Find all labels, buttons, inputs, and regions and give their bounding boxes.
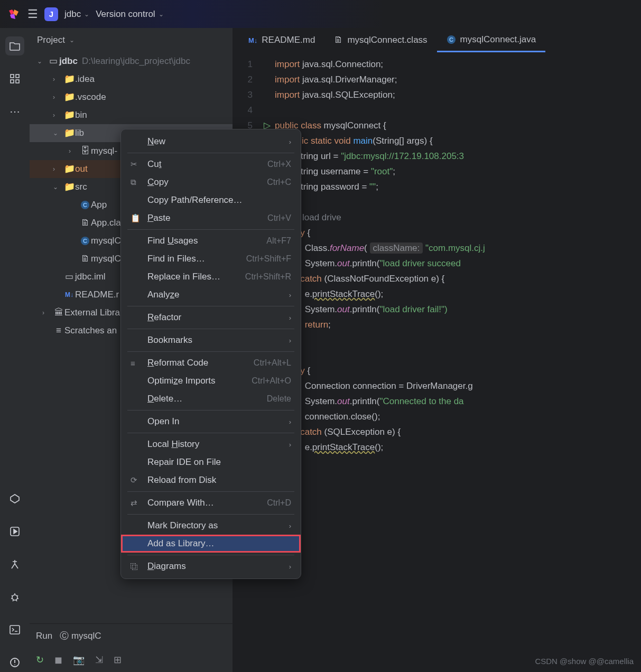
debug-tool-icon[interactable] bbox=[5, 587, 24, 606]
screenshot-icon[interactable]: 📷 bbox=[73, 654, 85, 666]
bytecode-icon: 🗎 bbox=[334, 35, 343, 45]
intellij-logo-icon bbox=[6, 7, 21, 22]
diagram-icon: ⿻ bbox=[131, 562, 141, 571]
context-menu: New› ✂CutCtrl+X ⧉CopyCtrl+C Copy Path/Re… bbox=[120, 129, 301, 579]
ctx-cut[interactable]: ✂CutCtrl+X bbox=[121, 155, 301, 173]
left-tool-rail: ⋯ bbox=[0, 28, 30, 672]
ctx-bookmarks[interactable]: Bookmarks› bbox=[121, 331, 301, 349]
stop-icon[interactable]: ◼ bbox=[54, 654, 62, 666]
ctx-reload-disk[interactable]: ⟳Reload from Disk bbox=[121, 471, 301, 489]
build-tool-icon[interactable] bbox=[5, 555, 24, 574]
class-icon: C bbox=[79, 236, 91, 246]
tree-folder-bin[interactable]: ›📁bin bbox=[30, 106, 233, 124]
paste-icon: 📋 bbox=[131, 213, 141, 223]
chevron-down-icon: ⌄ bbox=[69, 36, 75, 44]
code-body[interactable]: import import java.sql.Connection;java.s… bbox=[275, 52, 641, 672]
bytecode-icon: 🗎 bbox=[79, 250, 91, 268]
markdown-icon: M↓ bbox=[63, 286, 75, 304]
ctx-find-usages[interactable]: Find UsagesAlt+F7 bbox=[121, 232, 301, 250]
project-selector[interactable]: jdbc⌄ bbox=[64, 9, 89, 20]
svg-text:C: C bbox=[83, 238, 87, 244]
tree-folder-idea[interactable]: ›📁.idea bbox=[30, 70, 233, 88]
structure-tool-icon[interactable] bbox=[5, 69, 24, 88]
copy-icon: ⧉ bbox=[131, 178, 141, 187]
svg-rect-3 bbox=[11, 80, 14, 83]
chevron-down-icon: ⌄ bbox=[84, 11, 89, 18]
ctx-diagrams[interactable]: ⿻Diagrams› bbox=[121, 557, 301, 575]
ctx-open-in[interactable]: Open In› bbox=[121, 413, 301, 431]
ctx-paste[interactable]: 📋PasteCtrl+V bbox=[121, 209, 301, 227]
ctx-repair-ide[interactable]: Repair IDE on File bbox=[121, 453, 301, 471]
problems-tool-icon[interactable] bbox=[5, 653, 24, 672]
svg-rect-8 bbox=[10, 626, 20, 634]
folder-icon: 📁 bbox=[63, 88, 75, 106]
ctx-delete[interactable]: Delete…Delete bbox=[121, 390, 301, 408]
ctx-copy[interactable]: ⧉CopyCtrl+C bbox=[121, 173, 301, 191]
folder-icon: 📁 bbox=[63, 160, 75, 178]
svg-point-7 bbox=[12, 595, 17, 600]
bytecode-icon: 🗎 bbox=[79, 214, 91, 232]
folder-icon: 📁 bbox=[63, 106, 75, 124]
run-tab-bar: Run Ⓒ mysqlC bbox=[30, 623, 233, 648]
svg-text:C: C bbox=[83, 202, 87, 208]
ctx-refactor[interactable]: Refactor› bbox=[121, 309, 301, 326]
ctx-replace-in-files[interactable]: Replace in Files…Ctrl+Shift+R bbox=[121, 268, 301, 286]
svg-marker-5 bbox=[11, 494, 19, 503]
more-tool-icon[interactable]: ⋯ bbox=[5, 102, 24, 121]
main-menu-icon[interactable]: ☰ bbox=[27, 7, 38, 21]
run-label[interactable]: Run bbox=[36, 631, 52, 641]
tab-class[interactable]: 🗎mysqlConnect.class bbox=[324, 28, 436, 52]
ctx-compare-with[interactable]: ⇄Compare With…Ctrl+D bbox=[121, 494, 301, 512]
ctx-analyze[interactable]: Analyze› bbox=[121, 286, 301, 304]
run-config[interactable]: Ⓒ mysqlC bbox=[60, 630, 101, 642]
class-icon: C bbox=[447, 35, 456, 44]
class-icon: C bbox=[79, 200, 91, 210]
iml-icon: ▭ bbox=[63, 268, 75, 286]
module-icon: ▭ bbox=[48, 52, 59, 70]
class-icon: Ⓒ bbox=[60, 631, 69, 641]
ctx-optimize-imports[interactable]: Optimize ImportsCtrl+Alt+O bbox=[121, 372, 301, 390]
svg-rect-4 bbox=[16, 80, 19, 83]
ctx-find-in-files[interactable]: Find in Files…Ctrl+Shift+F bbox=[121, 250, 301, 268]
layout-icon[interactable]: ⊞ bbox=[114, 654, 122, 666]
svg-rect-1 bbox=[11, 74, 14, 78]
chevron-down-icon: ⌄ bbox=[159, 11, 164, 18]
folder-icon: 📁 bbox=[63, 70, 75, 88]
scratch-icon: ≡ bbox=[53, 322, 64, 340]
terminal-tool-icon[interactable] bbox=[5, 620, 24, 639]
ctx-new[interactable]: New› bbox=[121, 133, 301, 151]
svg-text:C: C bbox=[449, 36, 453, 43]
archive-icon: 🗄 bbox=[79, 142, 91, 160]
main-area: ⋯ Project⌄ ⌄▭jdbcD:\learing\jdbc_project… bbox=[0, 28, 641, 672]
title-bar: ☰ J jdbc⌄ Version control⌄ bbox=[0, 0, 641, 28]
svg-rect-2 bbox=[16, 74, 19, 78]
diff-icon: ⇄ bbox=[131, 498, 141, 508]
export-icon[interactable]: ⇲ bbox=[95, 654, 103, 666]
chevron-right-icon: › bbox=[289, 138, 291, 146]
markdown-icon: M↓ bbox=[248, 36, 257, 44]
reload-icon: ⟳ bbox=[131, 475, 141, 485]
panel-title[interactable]: Project⌄ bbox=[30, 28, 233, 52]
ctx-copy-path[interactable]: Copy Path/Reference… bbox=[121, 191, 301, 209]
ctx-local-history[interactable]: Local History› bbox=[121, 435, 301, 453]
project-badge[interactable]: J bbox=[44, 7, 58, 21]
rerun-icon[interactable]: ↻ bbox=[36, 654, 44, 666]
run-tool-icon[interactable] bbox=[5, 522, 24, 541]
services-tool-icon[interactable] bbox=[5, 489, 24, 508]
ctx-reformat[interactable]: ≡Reformat CodeCtrl+Alt+L bbox=[121, 354, 301, 372]
tab-java[interactable]: CmysqlConnect.java bbox=[437, 28, 546, 52]
run-toolbar: ↻ ◼ 📷 ⇲ ⊞ bbox=[30, 648, 233, 672]
ctx-add-as-library[interactable]: Add as Library… bbox=[121, 535, 301, 553]
folder-icon: 📁 bbox=[63, 124, 75, 142]
editor-tabs: M↓README.md 🗎mysqlConnect.class CmysqlCo… bbox=[233, 28, 641, 52]
version-control-menu[interactable]: Version control⌄ bbox=[96, 9, 163, 20]
ctx-mark-directory[interactable]: Mark Directory as› bbox=[121, 517, 301, 535]
library-icon: 🏛 bbox=[53, 304, 64, 322]
cut-icon: ✂ bbox=[131, 160, 141, 169]
project-tool-icon[interactable] bbox=[5, 36, 24, 55]
reformat-icon: ≡ bbox=[131, 359, 141, 368]
watermark: CSDN @show @@camellia bbox=[535, 657, 634, 666]
tree-root[interactable]: ⌄▭jdbcD:\learing\jdbc_project\jdbc bbox=[30, 52, 233, 70]
tree-folder-vscode[interactable]: ›📁.vscode bbox=[30, 88, 233, 106]
tab-readme[interactable]: M↓README.md bbox=[239, 28, 324, 52]
